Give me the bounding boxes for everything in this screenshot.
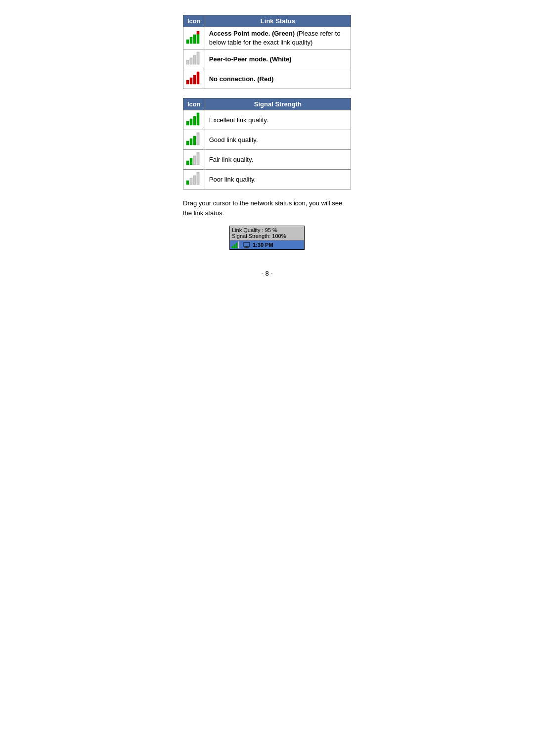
icon-cell-excellent (183, 110, 205, 130)
table-row: Fair link quality. (183, 150, 351, 170)
fair-link-quality-text: Fair link quality. (205, 150, 351, 170)
svg-rect-6 (190, 58, 192, 64)
no-connection-text: No connection. (Red) (205, 69, 351, 89)
description-text: Drag your cursor to the network status i… (183, 198, 351, 218)
tooltip-top: Link Quality : 95 % Signal Strength: 100… (230, 226, 304, 240)
svg-rect-26 (190, 178, 192, 185)
svg-rect-11 (193, 75, 196, 84)
svg-rect-12 (197, 72, 199, 84)
page-content: Icon Link Status (129, 10, 405, 277)
svg-rect-22 (190, 158, 192, 165)
svg-rect-30 (234, 244, 235, 248)
table-row: Peer-to-Peer mode. (White) (183, 49, 351, 69)
svg-rect-18 (190, 139, 192, 145)
tooltip-bottom: 1:30 PM (230, 240, 304, 249)
icon-cell-poor (183, 170, 205, 189)
svg-rect-3 (197, 33, 199, 44)
tooltip-time: 1:30 PM (253, 242, 273, 248)
svg-rect-4 (197, 31, 199, 34)
svg-rect-16 (197, 113, 199, 125)
poor-link-quality-text: Poor link quality. (205, 170, 351, 189)
svg-rect-15 (193, 116, 196, 125)
link-status-header: Link Status (205, 15, 351, 27)
good-signal-icon (186, 132, 202, 146)
icon-cell-red (183, 69, 205, 89)
green-bars-icon (186, 31, 202, 45)
tooltip-signal-icon (232, 241, 241, 248)
link-status-table: Icon Link Status (183, 15, 351, 89)
icon-cell-fair (183, 150, 205, 170)
svg-rect-27 (193, 176, 196, 185)
tooltip-signal-strength: Signal Strength: 100% (232, 233, 302, 239)
svg-rect-20 (197, 133, 199, 145)
link-status-icon-header: Icon (183, 15, 205, 27)
white-bars-icon (186, 51, 202, 65)
signal-icon-header: Icon (183, 98, 205, 110)
svg-rect-31 (236, 243, 237, 248)
access-point-mode-text: Access Point mode. (Green) (Please refer… (205, 27, 351, 49)
svg-rect-24 (197, 152, 199, 165)
svg-rect-9 (186, 80, 189, 84)
svg-rect-2 (193, 35, 196, 44)
svg-rect-21 (186, 161, 189, 165)
svg-rect-29 (232, 246, 233, 248)
fair-signal-icon (186, 152, 202, 166)
icon-cell-good (183, 130, 205, 150)
table-row: Access Point mode. (Green) (Please refer… (183, 27, 351, 49)
svg-rect-17 (186, 141, 189, 145)
svg-rect-8 (197, 52, 199, 64)
table-row: Good link quality. (183, 130, 351, 150)
table-row: Poor link quality. (183, 170, 351, 189)
svg-rect-23 (193, 156, 196, 165)
svg-rect-25 (186, 181, 189, 185)
poor-signal-icon (186, 172, 202, 186)
signal-strength-header: Signal Strength (205, 98, 351, 110)
tooltip-network-icon (243, 241, 251, 248)
table-row: Excellent link quality. (183, 110, 351, 130)
peer-to-peer-mode-text: Peer-to-Peer mode. (White) (205, 49, 351, 69)
good-link-quality-text: Good link quality. (205, 130, 351, 150)
icon-cell-green (183, 27, 205, 49)
svg-rect-7 (193, 55, 196, 64)
excellent-link-quality-text: Excellent link quality. (205, 110, 351, 130)
svg-rect-13 (186, 121, 189, 125)
svg-rect-19 (193, 136, 196, 145)
table-row: No connection. (Red) (183, 69, 351, 89)
svg-rect-0 (186, 40, 189, 44)
svg-rect-33 (244, 242, 250, 246)
svg-rect-14 (190, 119, 192, 125)
svg-rect-5 (186, 60, 189, 64)
red-bars-icon (186, 71, 202, 85)
svg-rect-10 (190, 78, 192, 84)
svg-rect-1 (190, 37, 192, 44)
svg-rect-35 (244, 247, 249, 248)
svg-rect-28 (197, 172, 199, 185)
excellent-signal-icon (186, 112, 202, 126)
tooltip-screenshot: Link Quality : 95 % Signal Strength: 100… (229, 226, 305, 250)
page-number: - 8 - (261, 270, 272, 277)
svg-rect-32 (238, 241, 239, 248)
tooltip-link-quality: Link Quality : 95 % (232, 227, 302, 233)
signal-strength-table: Icon Signal Strength Excellent link qual… (183, 98, 351, 189)
icon-cell-white (183, 49, 205, 69)
